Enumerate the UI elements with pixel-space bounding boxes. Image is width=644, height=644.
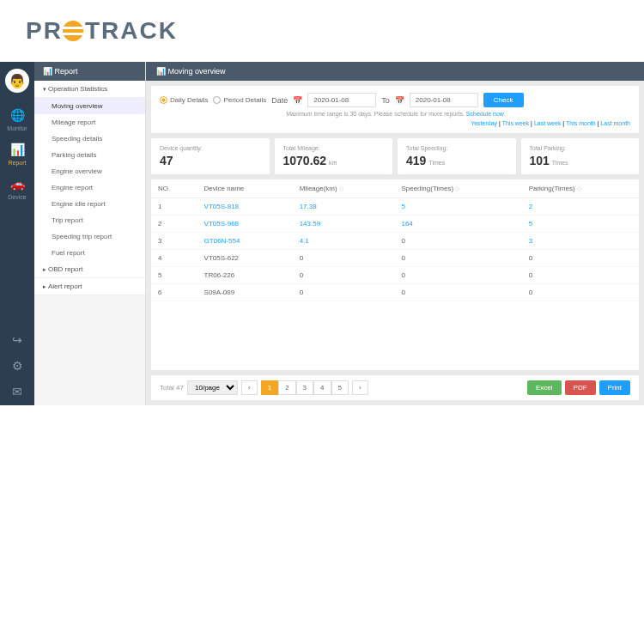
quick-link[interactable]: Last month bbox=[600, 120, 630, 126]
radio-icon bbox=[160, 96, 167, 104]
tree-group[interactable]: Operation Statistics bbox=[34, 81, 145, 98]
util-icon[interactable]: ↪ bbox=[0, 328, 34, 354]
page-button[interactable]: 1 bbox=[261, 380, 278, 395]
date-to-input[interactable] bbox=[410, 93, 478, 107]
cell-link[interactable]: 164 bbox=[401, 220, 412, 228]
tree-child[interactable]: Mileage report bbox=[34, 114, 145, 131]
date-label: Date bbox=[271, 96, 288, 105]
tree-child[interactable]: Parking details bbox=[34, 147, 145, 163]
tree-child[interactable]: Trip report bbox=[34, 212, 145, 228]
next-page-button[interactable]: › bbox=[352, 380, 368, 395]
cell-link[interactable]: 5 bbox=[401, 203, 404, 210]
cell-link[interactable]: 3 bbox=[529, 237, 532, 245]
calendar-icon: 📅 bbox=[293, 96, 302, 105]
quick-link[interactable]: This week bbox=[502, 120, 530, 126]
tree-child[interactable]: Engine report bbox=[34, 179, 145, 196]
avatar[interactable]: 👨 bbox=[5, 69, 29, 93]
tree-child[interactable]: Speeding details bbox=[34, 131, 145, 147]
logo-icon bbox=[63, 21, 83, 41]
table-row: 2VT05S-968143.591645 bbox=[151, 216, 639, 233]
prev-page-button[interactable]: ‹ bbox=[241, 380, 258, 395]
logo-area: PRTRACK bbox=[0, 0, 644, 62]
quick-link[interactable]: Yesterday bbox=[471, 120, 497, 126]
quick-link[interactable]: Last week bbox=[534, 120, 562, 126]
per-page-select[interactable]: 10/page bbox=[187, 380, 238, 395]
nav-monitor[interactable]: 🌐Monitor bbox=[0, 103, 34, 137]
excel-button[interactable]: Excel bbox=[527, 380, 562, 395]
quick-link[interactable]: This month bbox=[566, 120, 596, 126]
tree-child[interactable]: Fuel report bbox=[34, 245, 145, 261]
sidebar: 📊 Report Operation StatisticsMoving over… bbox=[34, 62, 146, 405]
table-row: 1VT05S-81817.3852 bbox=[151, 198, 639, 216]
schedule-link[interactable]: Schedule now bbox=[466, 111, 504, 117]
sort-icon: ◇ bbox=[577, 185, 581, 191]
main-panel: 📊 Moving overview Daily Details Period D… bbox=[146, 62, 644, 405]
navbar: 👨 🌐Monitor📊Report🚗Device ↪⚙✉ bbox=[0, 62, 34, 405]
app-window: 👨 🌐Monitor📊Report🚗Device ↪⚙✉ 📊 Report Op… bbox=[0, 62, 644, 405]
check-button[interactable]: Check bbox=[483, 93, 524, 107]
cell-link[interactable]: GT06N-554 bbox=[204, 237, 240, 245]
page-button[interactable]: 4 bbox=[313, 380, 331, 395]
cell-link[interactable]: 2 bbox=[529, 203, 532, 210]
table-row: 5TR06-226000 bbox=[151, 267, 639, 284]
table-row: 6S09A-089000 bbox=[151, 284, 639, 301]
radio-daily[interactable]: Daily Details bbox=[160, 96, 208, 104]
print-button[interactable]: Print bbox=[599, 380, 630, 395]
col-header[interactable]: Parking(Times)◇ bbox=[522, 179, 639, 198]
pdf-button[interactable]: PDF bbox=[565, 380, 596, 395]
table-row: 4VT05S-622000 bbox=[151, 250, 639, 267]
report-icon: 📊 bbox=[0, 143, 34, 156]
col-header[interactable]: Device name bbox=[197, 179, 293, 198]
filter-bar: Daily Details Period Details Date 📅 To 📅… bbox=[151, 86, 639, 133]
radio-period[interactable]: Period Details bbox=[213, 96, 266, 104]
sidebar-header: 📊 Report bbox=[34, 62, 145, 81]
stat-card: Total Speeding:419Times bbox=[398, 138, 516, 174]
to-label: To bbox=[381, 96, 390, 105]
cell-link[interactable]: 5 bbox=[529, 220, 532, 228]
date-from-input[interactable] bbox=[307, 93, 376, 107]
col-header[interactable]: Speeding(Times)◇ bbox=[394, 179, 521, 198]
pagination: Total 47 10/page ‹ 12345 › bbox=[160, 380, 368, 395]
tree-child[interactable]: Speeding trip report bbox=[34, 228, 145, 245]
cell-link[interactable]: VT05S-968 bbox=[204, 220, 239, 228]
stat-card: Total Parking:101Times bbox=[521, 138, 640, 174]
stat-card: Device quantity:47 bbox=[151, 138, 270, 174]
quick-links: Yesterday | This week | Last week | This… bbox=[160, 120, 630, 126]
table-row: 3GT06N-5544.103 bbox=[151, 233, 639, 250]
nav-device[interactable]: 🚗Device bbox=[0, 172, 34, 206]
tree-group[interactable]: OBD report bbox=[34, 261, 145, 278]
main-header: 📊 Moving overview bbox=[146, 62, 644, 81]
stat-card: Total Mileage:1070.62km bbox=[275, 138, 393, 174]
sort-icon: ◇ bbox=[339, 185, 343, 191]
data-table: NO.Device nameMileage(km)◇Speeding(Times… bbox=[151, 179, 639, 301]
tree-group[interactable]: Alert report bbox=[34, 278, 145, 295]
col-header[interactable]: Mileage(km)◇ bbox=[293, 179, 395, 198]
hint-text: Maximum time range is 30 days. Please sc… bbox=[160, 111, 630, 117]
page-button[interactable]: 2 bbox=[278, 380, 295, 395]
cell-link[interactable]: VT05S-818 bbox=[204, 203, 239, 210]
col-header[interactable]: NO. bbox=[151, 179, 197, 198]
total-label: Total 47 bbox=[160, 384, 184, 392]
cell-link[interactable]: 17.38 bbox=[300, 203, 317, 210]
cell-link[interactable]: 143.59 bbox=[300, 220, 320, 228]
tree-child[interactable]: Engine overview bbox=[34, 163, 145, 179]
table-wrap: NO.Device nameMileage(km)◇Speeding(Times… bbox=[151, 179, 639, 370]
nav-report[interactable]: 📊Report bbox=[0, 137, 34, 172]
stats-row: Device quantity:47Total Mileage:1070.62k… bbox=[151, 138, 639, 174]
device-icon: 🚗 bbox=[0, 177, 34, 191]
util-icon[interactable]: ⚙ bbox=[0, 354, 34, 380]
page-button[interactable]: 5 bbox=[331, 380, 349, 395]
logo: PRTRACK bbox=[26, 17, 618, 45]
calendar-icon: 📅 bbox=[395, 96, 404, 105]
sort-icon: ◇ bbox=[455, 185, 459, 191]
cell-link[interactable]: 4.1 bbox=[300, 237, 309, 245]
tree-child[interactable]: Moving overview bbox=[34, 98, 145, 114]
page-button[interactable]: 3 bbox=[296, 380, 313, 395]
monitor-icon: 🌐 bbox=[0, 108, 34, 122]
footer-bar: Total 47 10/page ‹ 12345 › Excel PDF Pri… bbox=[151, 375, 639, 400]
util-icon[interactable]: ✉ bbox=[0, 380, 34, 405]
tree-child[interactable]: Engine idle report bbox=[34, 196, 145, 212]
radio-icon bbox=[213, 96, 221, 104]
